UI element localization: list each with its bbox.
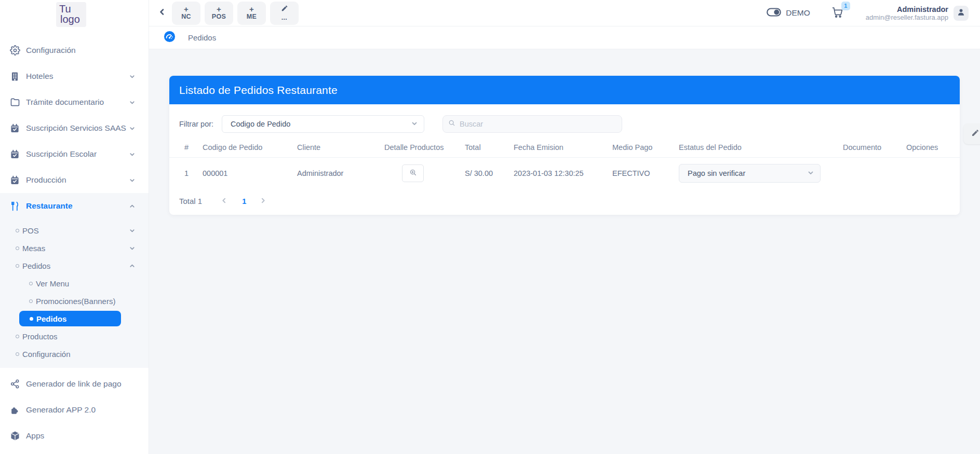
- app-logo[interactable]: Tu logo: [56, 2, 86, 27]
- bullet-icon: [30, 317, 33, 321]
- cell-opciones: [906, 157, 960, 189]
- sidebar-item-label: Ver Menu: [36, 279, 69, 288]
- demo-toggle[interactable]: DEMO: [767, 8, 810, 19]
- cell-num: 1: [169, 157, 203, 189]
- cell-medio-pago: EFECTIVO: [612, 157, 679, 189]
- card-header: Listado de Pedidos Restaurante: [169, 76, 960, 104]
- main-column: +NC+POS+ME... DEMO 1 Administrador admin…: [149, 0, 980, 454]
- filter-label: Filtrar por:: [179, 120, 222, 128]
- chevron-down-icon: [129, 152, 135, 157]
- sidebar-item-suscripcion-escolar[interactable]: Suscripción Escolar: [0, 141, 149, 167]
- bullet-icon: [29, 299, 33, 303]
- toolbar-button-pos[interactable]: +POS: [205, 2, 233, 25]
- sidebar-item-ver-menu[interactable]: Ver Menu: [0, 274, 149, 292]
- cart-button[interactable]: 1: [831, 6, 844, 21]
- plus-icon: +: [217, 6, 221, 13]
- search-input[interactable]: [460, 120, 616, 128]
- sidebar-item-generador-link-pago[interactable]: Generador de link de pago: [0, 371, 149, 397]
- sidebar-item-mesas[interactable]: Mesas: [0, 239, 149, 257]
- bullet-icon: [29, 282, 33, 285]
- sidebar-item-label: Suscripción Escolar: [26, 149, 97, 159]
- sidebar-item-hoteles[interactable]: Hoteles: [0, 63, 149, 89]
- sidebar-item-suscripcion-servicios-saas[interactable]: Suscripción Servicios SAAS: [0, 115, 149, 141]
- sidebar-item-label: Productos: [22, 332, 58, 341]
- sidebar-item-label: Pedidos: [22, 262, 50, 270]
- pagination-page-1[interactable]: 1: [242, 197, 246, 205]
- sidebar-item-configuracion[interactable]: Configuración: [0, 37, 149, 63]
- toolbar-button-label: POS: [212, 13, 226, 20]
- order-status-select[interactable]: Pago sin verificar: [679, 164, 821, 183]
- toolbar-buttons: +NC+POS+ME...: [172, 2, 299, 25]
- user-menu[interactable]: Administrador admin@reseller.fastura.app: [866, 5, 948, 21]
- pagination-next-button[interactable]: [260, 197, 266, 205]
- brush-icon: [971, 129, 979, 139]
- sidebar-item-pedidos-parent[interactable]: Pedidos: [0, 257, 149, 274]
- pagination-prev-button[interactable]: [221, 197, 227, 205]
- bullet-icon: [16, 229, 19, 232]
- app-root: Tu logo ConfiguraciónHotelesTrámite docu…: [0, 0, 980, 454]
- toolbar-button-label: NC: [181, 13, 191, 20]
- column-header: Estatus del Pedido: [679, 137, 843, 157]
- filter-row: Filtrar por: Codigo de Pedido: [179, 115, 960, 133]
- breadcrumb-label: Pedidos: [188, 33, 216, 42]
- sidebar-item-label: POS: [22, 226, 39, 235]
- sidebar-item-pos[interactable]: POS: [0, 222, 149, 239]
- sidebar-item-generador-app[interactable]: Generador APP 2.0: [0, 397, 149, 423]
- sidebar-item-label: Mesas: [22, 244, 45, 253]
- sidebar-item-label: Apps: [26, 431, 44, 441]
- toolbar-button-edit[interactable]: ...: [270, 2, 299, 25]
- folder-icon: [9, 97, 20, 108]
- toolbar-button-label: ME: [247, 13, 257, 20]
- demo-label: DEMO: [786, 8, 810, 18]
- filter-type-select[interactable]: Codigo de Pedido: [222, 115, 424, 133]
- toolbar-button-nc[interactable]: +NC: [172, 2, 200, 25]
- chevron-down-icon: [129, 74, 135, 79]
- zoom-in-icon: [409, 169, 417, 178]
- order-status-value: Pago sin verificar: [688, 169, 808, 177]
- sidebar-item-label: Hoteles: [26, 72, 53, 81]
- cell-total: S/ 30.00: [465, 157, 514, 189]
- table-row: 1 000001 Administrador S/ 30.00 2023-01-…: [169, 157, 960, 189]
- plus-icon: +: [184, 6, 189, 13]
- column-header: Total: [465, 137, 514, 157]
- cell-estatus: Pago sin verificar: [679, 157, 843, 189]
- chevron-down-icon: [808, 169, 814, 177]
- sidebar-item-produccion[interactable]: Producción: [0, 167, 149, 193]
- sidebar-subsection: POSMesasPedidosVer MenuPromociones(Banne…: [0, 219, 149, 368]
- chevron-down-icon: [129, 126, 135, 131]
- sidebar-item-productos[interactable]: Productos: [0, 327, 149, 345]
- sidebar-item-label: Generador de link de pago: [26, 379, 122, 389]
- sidebar-item-label: Trámite documentario: [26, 98, 104, 107]
- pagination: Total 1 1: [179, 197, 960, 205]
- sidebar-item-label: Configuración: [22, 350, 71, 359]
- chevron-up-icon: [129, 203, 135, 209]
- sidebar-item-label: Promociones(Banners): [36, 297, 115, 306]
- toolbar-button-label: ...: [281, 14, 287, 21]
- logo-line-2: logo: [59, 14, 83, 24]
- sidebar-item-promociones-banners[interactable]: Promociones(Banners): [0, 292, 149, 310]
- sidebar-nav: ConfiguraciónHotelesTrámite documentario…: [0, 33, 149, 449]
- sidebar-item-configuracion-restaurante[interactable]: Configuración: [0, 345, 149, 363]
- column-header: Fecha Emision: [514, 137, 612, 157]
- sidebar-item-apps[interactable]: Apps: [0, 423, 149, 449]
- customize-brush-button[interactable]: [963, 123, 980, 144]
- sidebar-item-pedidos[interactable]: Pedidos: [0, 310, 149, 327]
- cell-documento: [843, 157, 906, 189]
- detail-products-button[interactable]: [402, 164, 424, 182]
- sidebar-item-label: Configuración: [26, 46, 76, 55]
- toolbar-button-me[interactable]: +ME: [237, 2, 266, 25]
- column-header: Codigo de Pedido: [203, 137, 297, 157]
- sidebar-item-tramite-documentario[interactable]: Trámite documentario: [0, 89, 149, 115]
- avatar[interactable]: [954, 6, 969, 21]
- back-button[interactable]: [158, 8, 166, 18]
- sidebar-item-restaurante[interactable]: Restaurante: [0, 193, 149, 219]
- magnifier-icon: [448, 119, 455, 129]
- bullet-icon: [16, 264, 19, 268]
- sidebar-item-label: Restaurante: [26, 201, 73, 211]
- topbar-right: DEMO 1 Administrador admin@reseller.fast…: [767, 5, 969, 21]
- bullet-icon: [16, 335, 19, 338]
- sidebar: Tu logo ConfiguraciónHotelesTrámite docu…: [0, 0, 149, 454]
- calendar-check-icon: [9, 123, 20, 134]
- pagination-total: Total 1: [179, 197, 202, 205]
- chevron-down-icon: [129, 228, 135, 233]
